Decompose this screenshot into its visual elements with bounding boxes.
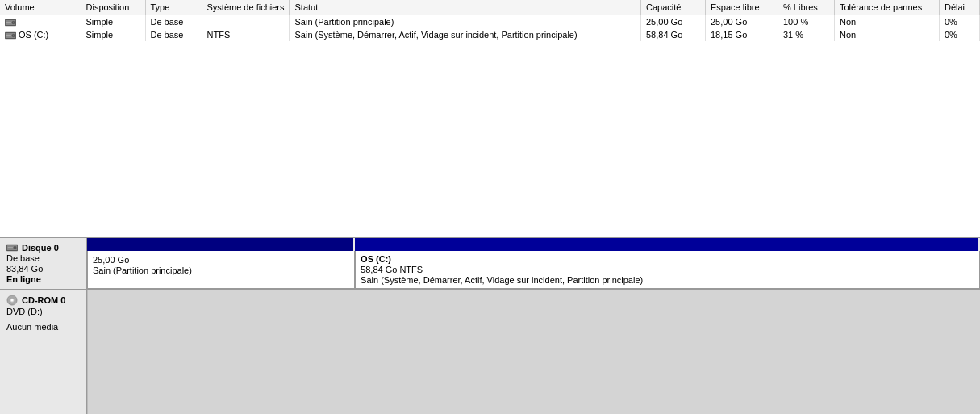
disk0-partition-boxes: 25,00 Go Sain (Partition principale) OS … bbox=[87, 251, 980, 289]
cell-type: De base bbox=[145, 15, 202, 29]
cdrom0-name: CD-ROM 0 bbox=[6, 295, 80, 306]
cell-pct: 100 % bbox=[778, 15, 835, 29]
cell-capacite: 58,84 Go bbox=[641, 28, 706, 41]
svg-rect-4 bbox=[6, 22, 11, 23]
hdd-icon bbox=[5, 19, 16, 27]
cell-espace: 25,00 Go bbox=[706, 15, 778, 29]
disk0-p2-name: OS (C:) bbox=[361, 254, 974, 264]
disk0-bar-seg1 bbox=[87, 238, 355, 251]
svg-point-13 bbox=[15, 247, 16, 249]
disk0-label: Disque 0 De base 83,84 Go En ligne bbox=[0, 238, 87, 289]
disk-table: Volume Disposition Type Système de fichi… bbox=[0, 0, 980, 41]
hdd-icon bbox=[6, 244, 18, 252]
disk0-size: 83,84 Go bbox=[6, 264, 80, 274]
disk0-p1-size: 25,00 Go bbox=[93, 255, 349, 265]
col-header-type[interactable]: Type bbox=[145, 0, 202, 15]
cdrom0-status: Aucun média bbox=[6, 322, 80, 332]
disk0-partition2[interactable]: OS (C:) 58,84 Go NTFS Sain (Système, Dém… bbox=[355, 251, 980, 289]
cell-statut: Sain (Partition principale) bbox=[290, 15, 641, 29]
cdrom0-area bbox=[87, 290, 980, 414]
disk0-row: Disque 0 De base 83,84 Go En ligne 25,00… bbox=[0, 238, 980, 290]
cell-statut: Sain (Système, Démarrer, Actif, Vidage s… bbox=[290, 28, 641, 41]
cdrom-icon bbox=[6, 295, 18, 306]
col-header-pct[interactable]: % Libres bbox=[778, 0, 835, 15]
svg-point-3 bbox=[13, 22, 15, 23]
svg-rect-14 bbox=[8, 247, 13, 248]
cell-espace: 18,15 Go bbox=[706, 28, 778, 41]
table-row[interactable]: OS (C:)SimpleDe baseNTFSSain (Système, D… bbox=[0, 28, 980, 41]
svg-rect-9 bbox=[6, 35, 11, 36]
hdd-icon bbox=[5, 31, 16, 40]
col-header-espace[interactable]: Espace libre bbox=[706, 0, 778, 15]
disk-view-section: Disque 0 De base 83,84 Go En ligne 25,00… bbox=[0, 238, 980, 414]
disk0-p2-status: Sain (Système, Démarrer, Actif, Vidage s… bbox=[361, 275, 974, 285]
col-header-fs[interactable]: Système de fichiers bbox=[202, 0, 290, 15]
disk0-p1-status: Sain (Partition principale) bbox=[93, 266, 349, 275]
disk0-name-text: Disque 0 bbox=[22, 243, 59, 253]
cell-disposition: Simple bbox=[81, 15, 145, 29]
svg-point-8 bbox=[13, 35, 15, 36]
cdrom0-name-text: CD-ROM 0 bbox=[22, 295, 65, 305]
cell-pct: 31 % bbox=[778, 28, 835, 41]
disk0-p2-size: 58,84 Go NTFS bbox=[361, 265, 974, 274]
cell-volume bbox=[0, 15, 81, 29]
cdrom0-row: CD-ROM 0 DVD (D:) Aucun média bbox=[0, 290, 980, 414]
cell-capacite: 25,00 Go bbox=[641, 15, 706, 29]
disk0-partitions: 25,00 Go Sain (Partition principale) OS … bbox=[87, 238, 980, 289]
cell-fs bbox=[202, 15, 290, 29]
col-header-capacite[interactable]: Capacité bbox=[641, 0, 706, 15]
svg-point-17 bbox=[11, 299, 14, 302]
cell-type: De base bbox=[145, 28, 202, 41]
disk0-header-bar bbox=[87, 238, 980, 251]
cell-delai: 0% bbox=[940, 15, 980, 29]
disk0-bar-seg2 bbox=[355, 238, 980, 251]
disk0-partition1[interactable]: 25,00 Go Sain (Partition principale) bbox=[87, 251, 355, 289]
col-header-statut[interactable]: Statut bbox=[290, 0, 641, 15]
col-header-tolerance[interactable]: Tolérance de pannes bbox=[835, 0, 940, 15]
col-header-disposition[interactable]: Disposition bbox=[81, 0, 145, 15]
disk-table-section: Volume Disposition Type Système de fichi… bbox=[0, 0, 980, 238]
col-header-volume[interactable]: Volume bbox=[0, 0, 81, 15]
cell-fs: NTFS bbox=[202, 28, 290, 41]
cell-volume: OS (C:) bbox=[0, 28, 81, 41]
cell-disposition: Simple bbox=[81, 28, 145, 41]
cell-delai: 0% bbox=[940, 28, 980, 41]
disk0-name: Disque 0 bbox=[6, 243, 80, 253]
cell-tolerance: Non bbox=[835, 28, 940, 41]
col-header-delai[interactable]: Délai bbox=[940, 0, 980, 15]
cdrom0-type: DVD (D:) bbox=[6, 307, 80, 316]
table-row[interactable]: SimpleDe baseSain (Partition principale)… bbox=[0, 15, 980, 29]
cell-tolerance: Non bbox=[835, 15, 940, 29]
disk0-type: De base bbox=[6, 253, 80, 263]
cdrom0-label: CD-ROM 0 DVD (D:) Aucun média bbox=[0, 290, 87, 414]
disk0-status: En ligne bbox=[6, 274, 80, 284]
